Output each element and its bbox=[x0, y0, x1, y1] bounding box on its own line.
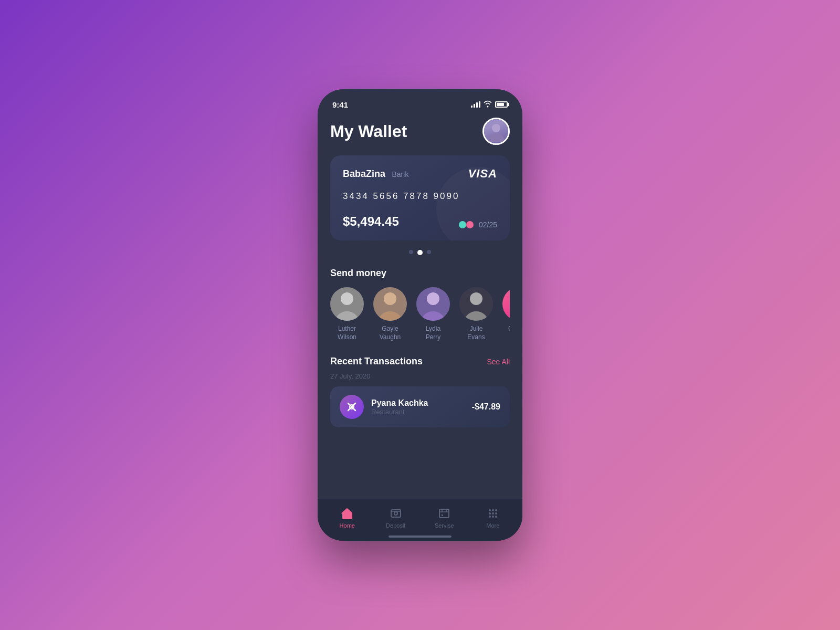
svg-rect-13 bbox=[391, 510, 401, 517]
send-money-title: Send money bbox=[330, 268, 510, 279]
contact-name-lydia: LydiaPerry bbox=[426, 325, 441, 341]
contact-item-lydia[interactable]: LydiaPerry bbox=[416, 287, 450, 341]
add-contact-label: Conta... bbox=[508, 325, 510, 333]
svg-point-27 bbox=[492, 516, 494, 518]
contact-name-luther: LutherWilson bbox=[338, 325, 356, 341]
contact-name-gayle: GayleVaughn bbox=[380, 325, 401, 341]
bottom-nav: Home Deposit bbox=[318, 499, 522, 541]
dot-3[interactable] bbox=[427, 250, 431, 254]
svg-point-26 bbox=[489, 516, 491, 518]
nav-item-deposit[interactable]: Deposit bbox=[372, 507, 421, 529]
contact-avatar-luther bbox=[330, 287, 364, 321]
add-contact-item[interactable]: + Conta... bbox=[502, 287, 510, 341]
transaction-icon bbox=[340, 395, 364, 419]
svg-point-8 bbox=[470, 292, 482, 305]
card-balance: $5,494.45 bbox=[343, 214, 399, 229]
status-time: 9:41 bbox=[332, 100, 348, 109]
page-title: My Wallet bbox=[330, 122, 407, 141]
contact-avatar-julie bbox=[459, 287, 493, 321]
svg-point-2 bbox=[341, 292, 353, 305]
transaction-info: Pyana Kachka Restaurant bbox=[371, 398, 465, 416]
contact-item-julie[interactable]: JulieEvans bbox=[459, 287, 493, 341]
transaction-name: Pyana Kachka bbox=[371, 398, 465, 408]
svg-rect-16 bbox=[439, 509, 449, 518]
credit-card[interactable]: BabaZina Bank VISA 3434 5656 7878 9090 $… bbox=[330, 155, 510, 240]
card-number: 3434 5656 7878 9090 bbox=[343, 191, 497, 202]
dot-2[interactable] bbox=[417, 250, 423, 255]
status-icons bbox=[471, 100, 508, 109]
nav-label-deposit: Deposit bbox=[386, 522, 405, 529]
contact-avatar-gayle bbox=[373, 287, 407, 321]
nav-item-home[interactable]: Home bbox=[323, 507, 372, 529]
battery-icon bbox=[495, 101, 508, 108]
card-bank-info: BabaZina Bank bbox=[343, 169, 408, 180]
card-dots-indicator bbox=[330, 250, 510, 255]
card-expiry: 02/25 bbox=[479, 220, 497, 229]
chip-dot-pink bbox=[466, 221, 474, 228]
transactions-header: Recent Transactions See All bbox=[330, 356, 510, 367]
transactions-title: Recent Transactions bbox=[330, 356, 423, 367]
dot-1[interactable] bbox=[409, 250, 413, 254]
bank-type: Bank bbox=[392, 170, 408, 178]
content-area: My Wallet BabaZina Bank VISA 3434 565 bbox=[318, 112, 522, 504]
svg-point-4 bbox=[384, 292, 396, 305]
card-brand: VISA bbox=[468, 167, 497, 181]
phone-shell: 9:41 My Wallet bbox=[318, 89, 522, 541]
bank-name: BabaZina bbox=[343, 169, 385, 179]
card-bottom: $5,494.45 02/25 bbox=[343, 214, 497, 229]
nav-label-more: More bbox=[486, 522, 499, 529]
header: My Wallet bbox=[330, 118, 510, 145]
card-chips bbox=[459, 221, 474, 228]
svg-point-6 bbox=[427, 292, 439, 305]
nav-item-more[interactable]: More bbox=[469, 507, 518, 529]
home-indicator bbox=[388, 536, 452, 538]
svg-point-28 bbox=[495, 516, 497, 518]
contact-avatar-lydia bbox=[416, 287, 450, 321]
transaction-date: 27 July, 2020 bbox=[330, 372, 510, 380]
svg-point-20 bbox=[489, 509, 491, 511]
contact-item-gayle[interactable]: GayleVaughn bbox=[373, 287, 407, 341]
contact-name-julie: JulieEvans bbox=[467, 325, 485, 341]
nav-item-service[interactable]: Servise bbox=[420, 507, 469, 529]
svg-point-24 bbox=[492, 512, 494, 514]
card-expiry-group: 02/25 bbox=[459, 220, 497, 229]
add-contact-button[interactable]: + bbox=[502, 287, 510, 321]
more-icon bbox=[486, 507, 500, 520]
transaction-amount: -$47.89 bbox=[472, 402, 500, 412]
chip-dot-teal bbox=[459, 221, 466, 228]
svg-point-0 bbox=[492, 124, 500, 132]
service-icon bbox=[437, 507, 451, 520]
transaction-row-0[interactable]: Pyana Kachka Restaurant -$47.89 bbox=[330, 386, 510, 427]
svg-point-14 bbox=[394, 512, 397, 515]
card-top: BabaZina Bank VISA bbox=[343, 167, 497, 181]
svg-point-25 bbox=[495, 512, 497, 514]
transactions-section: Recent Transactions See All 27 July, 202… bbox=[330, 356, 510, 427]
wifi-icon bbox=[484, 100, 492, 109]
transaction-category: Restaurant bbox=[371, 408, 465, 416]
svg-point-21 bbox=[492, 509, 494, 511]
see-all-button[interactable]: See All bbox=[487, 358, 510, 366]
deposit-icon bbox=[389, 507, 403, 520]
home-icon bbox=[340, 507, 354, 520]
user-avatar[interactable] bbox=[482, 118, 510, 145]
signal-icon bbox=[471, 101, 480, 108]
nav-label-service: Servise bbox=[435, 522, 454, 529]
status-bar: 9:41 bbox=[318, 89, 522, 112]
svg-point-22 bbox=[495, 509, 497, 511]
contacts-list: LutherWilson GayleVaughn bbox=[330, 287, 510, 341]
nav-label-home: Home bbox=[340, 522, 355, 529]
avatar-image bbox=[484, 119, 508, 143]
svg-rect-12 bbox=[345, 514, 349, 518]
svg-point-23 bbox=[489, 512, 491, 514]
send-money-section: Send money LutherWilson bbox=[330, 268, 510, 341]
contact-item-luther[interactable]: LutherWilson bbox=[330, 287, 364, 341]
